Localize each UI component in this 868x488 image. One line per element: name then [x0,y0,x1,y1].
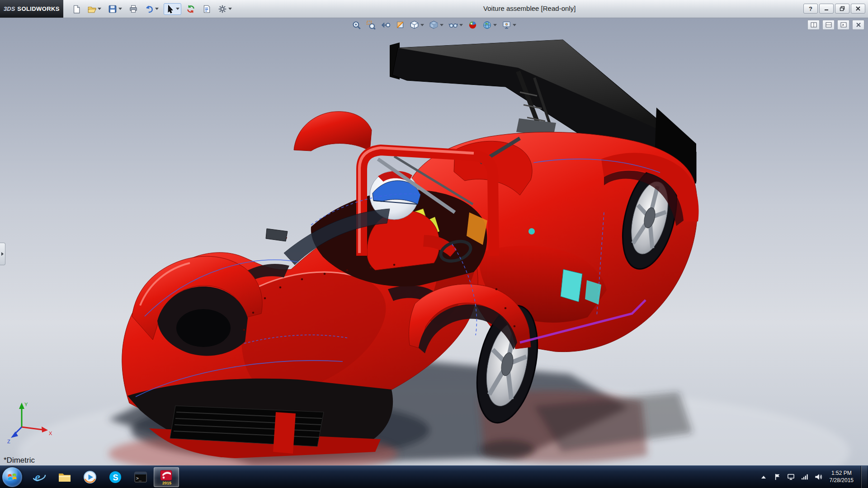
close-document-button[interactable] [852,20,864,30]
restore-icon [840,6,845,11]
previous-view-icon [381,20,390,30]
close-icon [855,6,861,11]
network-tray-icon[interactable] [800,473,809,481]
maximize-button[interactable] [835,4,849,14]
taskbar-item-internet-explorer[interactable]: e [27,468,52,487]
svg-text:S: S [113,473,118,482]
z-axis-label: Z [7,439,10,444]
open-folder-icon [87,5,96,14]
split-pane-icon [811,22,817,28]
zoom-to-area-button[interactable] [366,20,376,30]
close-button[interactable] [851,4,865,14]
rebuild-button[interactable] [184,3,197,15]
clock-date: 7/28/2015 [830,477,854,484]
split-horizontal-icon [826,22,832,28]
svg-text:2015: 2015 [162,480,171,485]
skype-icon: S [108,470,123,484]
select-caret [176,8,179,10]
x-axis-arrow [42,427,48,432]
graphics-area[interactable]: Y X Z *Dimetric [0,18,868,466]
taskbar-item-solidworks-2015[interactable]: 2015 [154,467,179,487]
monitor-icon [787,473,795,481]
solidworks-icon: 2015 [159,469,174,485]
close-document-icon [856,22,861,28]
taskbar-item-skype[interactable]: S [103,468,127,487]
cockpit-detail [528,228,535,235]
previous-view-button[interactable] [381,20,390,30]
hide-show-items-button[interactable] [448,20,463,30]
taskbar-item-windows-explorer[interactable] [52,468,77,487]
pane-controls [807,20,864,30]
command-prompt-icon: >_ [133,470,148,484]
zoom-to-fit-button[interactable] [352,20,361,30]
new-document-button[interactable] [70,3,82,15]
display-style-button[interactable] [429,20,443,30]
side-window [561,269,582,302]
flag-icon [774,473,781,481]
print-icon [129,5,138,14]
hidden-icons-chevron[interactable] [760,473,768,481]
scene-globe-icon [482,20,492,30]
undo-button[interactable] [143,3,160,15]
windows-flag-icon [6,471,18,483]
start-button[interactable] [2,467,22,487]
zoom-fit-icon [352,20,361,30]
fullscreen-button[interactable] [837,20,849,30]
internet-explorer-icon: e [32,470,47,484]
edit-appearance-button[interactable] [468,20,477,30]
headsup-view-toolbar [348,19,520,31]
view-orientation-caret [420,24,424,26]
view-orientation-button[interactable] [410,20,424,30]
clock[interactable]: 1:52 PM 7/28/2015 [827,470,856,484]
hide-show-caret [459,24,463,26]
taskbar: e S >_ 2015 [0,465,868,488]
options-button[interactable] [216,3,234,15]
select-tool-button[interactable] [164,3,181,15]
help-button[interactable]: ? [803,4,818,14]
svg-text:>_: >_ [136,476,142,481]
chevron-up-icon [761,476,766,479]
featuremanager-collapsed-tab[interactable] [0,243,5,265]
minimize-icon [824,6,829,11]
show-panes-button[interactable] [807,20,820,30]
section-view-icon [395,20,405,30]
display-style-icon [429,20,439,30]
taskbar-item-command-prompt[interactable]: >_ [128,468,153,487]
y-axis-label: Y [24,402,28,407]
display-style-caret [440,24,443,26]
clock-time: 1:52 PM [830,470,854,477]
undo-caret [155,8,159,10]
new-document-icon [71,5,80,14]
system-tray: 1:52 PM 7/28/2015 [760,466,868,488]
orientation-triad[interactable]: Y X Z [6,398,56,445]
section-view-button[interactable] [395,20,405,30]
3d-scene[interactable] [0,18,868,466]
network-bars-icon [801,473,808,481]
y-axis-arrow [19,403,24,409]
file-properties-icon [202,5,211,14]
minimize-button[interactable] [819,4,834,14]
display-tray-icon[interactable] [787,473,795,481]
file-properties-button[interactable] [200,3,213,15]
select-arrow-icon [165,5,175,14]
print-button[interactable] [127,3,140,15]
save-caret [118,8,122,10]
x-axis-label: X [49,431,52,436]
action-center-flag[interactable] [773,473,782,481]
save-button[interactable] [106,3,124,15]
media-player-icon [83,470,97,484]
open-caret [98,8,101,10]
logo-3ds: 3DS [4,5,15,12]
split-view-button[interactable] [822,20,835,30]
show-desktop-button[interactable] [861,466,867,488]
zoom-area-icon [366,20,376,30]
view-settings-icon [502,20,511,30]
volume-tray-icon[interactable] [814,473,822,481]
save-icon [108,5,117,14]
view-settings-button[interactable] [502,20,516,30]
taskbar-item-media-player[interactable] [78,468,102,487]
undo-icon [145,5,154,14]
open-button[interactable] [85,3,103,15]
apply-scene-button[interactable] [482,20,497,30]
appearance-sphere-icon [468,20,477,30]
